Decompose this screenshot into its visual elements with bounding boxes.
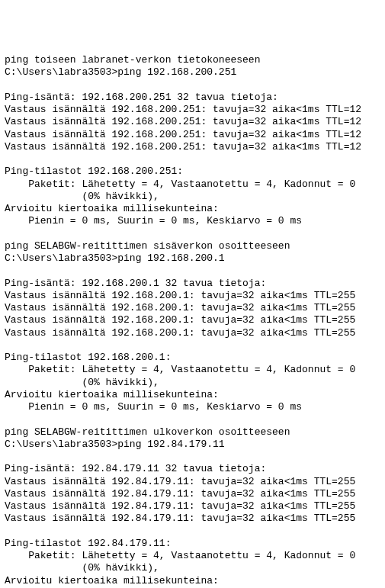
ping-reply: Vastaus isännältä 192.168.200.251: tavuj… bbox=[5, 129, 380, 141]
rtt-values: Pienin = 0 ms, Suurin = 0 ms, Keskiarvo … bbox=[5, 401, 380, 413]
command-line: C:\Users\labra3503>ping 192.168.200.1 bbox=[5, 252, 380, 265]
rtt-values: Pienin = 0 ms, Suurin = 0 ms, Keskiarvo … bbox=[5, 215, 380, 227]
section-title: ping toiseen labranet-verkon tietokonees… bbox=[5, 54, 380, 66]
stats-header: Ping-tilastot 192.168.200.1: bbox=[5, 352, 380, 364]
ping-header: Ping-isäntä: 192.84.179.11 32 tavua tiet… bbox=[5, 463, 380, 475]
terminal-output: ping toiseen labranet-verkon tietokonees… bbox=[5, 54, 380, 588]
section-title: ping SELABGW-reitittimen sisäverkon osoi… bbox=[5, 240, 380, 252]
stats-loss: (0% hävikki), bbox=[5, 377, 380, 389]
ping-reply: Vastaus isännältä 192.168.200.1: tavuja=… bbox=[5, 290, 380, 302]
ping-reply: Vastaus isännältä 192.168.200.251: tavuj… bbox=[5, 104, 380, 116]
ping-reply: Vastaus isännältä 192.168.200.251: tavuj… bbox=[5, 141, 380, 153]
blank-line bbox=[5, 413, 380, 426]
blank-line bbox=[5, 153, 380, 165]
ping-reply: Vastaus isännältä 192.168.200.251: tavuj… bbox=[5, 116, 380, 128]
ping-header: Ping-isäntä: 192.168.200.1 32 tavua tiet… bbox=[5, 278, 380, 290]
blank-line bbox=[5, 525, 380, 538]
stats-loss: (0% hävikki), bbox=[5, 191, 380, 203]
ping-reply: Vastaus isännältä 192.84.179.11: tavuja=… bbox=[5, 488, 380, 500]
rtt-header: Arvioitu kiertoaika millisekunteina: bbox=[5, 203, 380, 215]
stats-loss: (0% hävikki), bbox=[5, 562, 380, 574]
ping-reply: Vastaus isännältä 192.84.179.11: tavuja=… bbox=[5, 476, 380, 488]
blank-line bbox=[5, 228, 380, 240]
stats-header: Ping-tilastot 192.168.200.251: bbox=[5, 165, 380, 178]
stats-packets: Paketit: Lähetetty = 4, Vastaanotettu = … bbox=[5, 178, 380, 191]
stats-header: Ping-tilastot 192.84.179.11: bbox=[5, 538, 380, 550]
ping-header: Ping-isäntä: 192.168.200.251 32 tavua ti… bbox=[5, 92, 380, 104]
blank-line bbox=[5, 265, 380, 277]
rtt-header: Arvioitu kiertoaika millisekunteina: bbox=[5, 389, 380, 401]
ping-reply: Vastaus isännältä 192.168.200.1: tavuja=… bbox=[5, 327, 380, 339]
stats-packets: Paketit: Lähetetty = 4, Vastaanotettu = … bbox=[5, 364, 380, 376]
stats-packets: Paketit: Lähetetty = 4, Vastaanotettu = … bbox=[5, 550, 380, 562]
ping-reply: Vastaus isännältä 192.84.179.11: tavuja=… bbox=[5, 500, 380, 512]
ping-reply: Vastaus isännältä 192.168.200.1: tavuja=… bbox=[5, 314, 380, 326]
command-line: C:\Users\labra3503>ping 192.168.200.251 bbox=[5, 66, 380, 79]
blank-line bbox=[5, 451, 380, 463]
blank-line bbox=[5, 339, 380, 352]
rtt-header: Arvioitu kiertoaika millisekunteina: bbox=[5, 575, 380, 587]
blank-line bbox=[5, 79, 380, 92]
ping-reply: Vastaus isännältä 192.168.200.1: tavuja=… bbox=[5, 302, 380, 314]
ping-reply: Vastaus isännältä 192.84.179.11: tavuja=… bbox=[5, 512, 380, 525]
command-line: C:\Users\labra3503>ping 192.84.179.11 bbox=[5, 439, 380, 451]
section-title: ping SELABGW-reitittimen ulkoverkon osoi… bbox=[5, 426, 380, 439]
